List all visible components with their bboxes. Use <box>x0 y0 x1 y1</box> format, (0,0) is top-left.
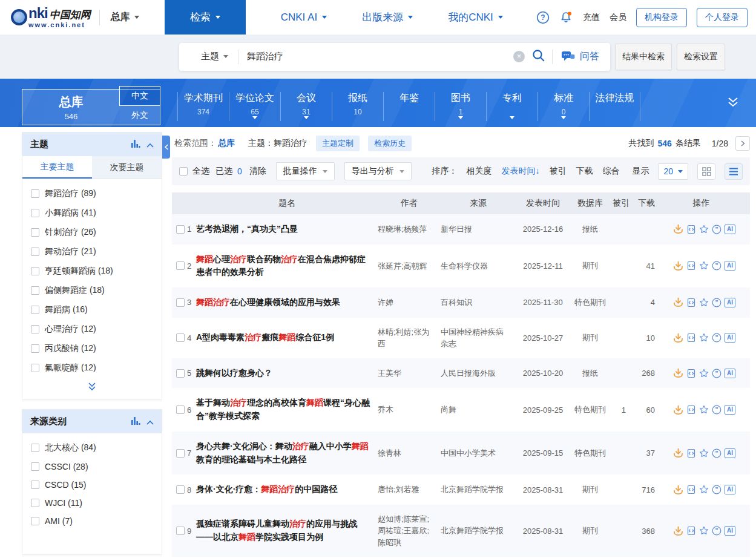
result-title[interactable]: 孤独症谱系障碍儿童舞动治疗的应用与挑战——以北京舞蹈学院实践项目为例 <box>196 517 378 543</box>
cite-icon[interactable]: ” <box>712 298 721 307</box>
search-input[interactable] <box>238 51 513 62</box>
filter-checkbox[interactable] <box>31 344 39 353</box>
row-checkbox[interactable] <box>176 225 185 234</box>
ai-icon[interactable]: AI <box>725 526 735 536</box>
topic-filter-item[interactable]: 舞动治疗 (21) <box>22 242 162 261</box>
favorite-icon[interactable] <box>699 405 709 415</box>
result-authors[interactable]: 王美华 <box>378 367 441 379</box>
result-authors[interactable]: 徐青林 <box>378 447 441 459</box>
topic-filter-item[interactable]: 舞蹈病 (16) <box>22 300 162 320</box>
download-icon[interactable] <box>673 333 683 343</box>
cite-icon[interactable]: ” <box>712 333 721 343</box>
db-nav-item[interactable]: 年鉴 <box>383 92 435 121</box>
notification-bell-icon[interactable] <box>559 10 573 24</box>
filter-checkbox[interactable] <box>31 481 39 489</box>
sort-option[interactable]: 发表时间↓ <box>501 166 539 177</box>
result-authors[interactable]: 林晴;利婧;张为西 <box>378 326 441 350</box>
ai-icon[interactable]: AI <box>725 333 735 343</box>
favorite-icon[interactable] <box>699 298 709 307</box>
topic-filter-item[interactable]: 舞蹈治疗 (89) <box>22 184 162 203</box>
source-filter-item[interactable]: 北大核心 (84) <box>22 438 162 458</box>
clear-selection-button[interactable]: 清除 <box>249 166 266 177</box>
read-icon[interactable] <box>686 448 696 458</box>
read-icon[interactable] <box>686 369 696 378</box>
favorite-icon[interactable] <box>699 369 709 378</box>
expand-more-icon[interactable] <box>22 379 162 399</box>
chevron-up-icon[interactable] <box>146 416 154 427</box>
topic-custom-button[interactable]: 主题定制 <box>316 136 360 151</box>
ai-icon[interactable]: AI <box>725 485 735 494</box>
favorite-icon[interactable] <box>699 448 709 458</box>
row-checkbox[interactable] <box>176 485 185 494</box>
filter-checkbox[interactable] <box>31 189 39 198</box>
download-icon[interactable] <box>673 261 683 271</box>
cite-icon[interactable]: ” <box>712 225 721 234</box>
db-nav-item[interactable]: 会议31 <box>280 92 332 121</box>
result-authors[interactable]: 乔木 <box>378 404 441 416</box>
sort-option[interactable]: 下载 <box>576 166 593 177</box>
result-authors[interactable]: 程晓琳;杨频萍 <box>378 223 441 235</box>
org-login-button[interactable]: 机构登录 <box>636 8 687 27</box>
result-source[interactable]: 百科知识 <box>441 297 516 309</box>
result-title[interactable]: 基于舞动治疗理念的高校体育舞蹈课程“身心融合”教学模式探索 <box>196 396 378 422</box>
ai-icon[interactable]: AI <box>725 448 735 458</box>
download-icon[interactable] <box>673 448 683 458</box>
db-nav-item[interactable]: 法律法规 <box>589 92 640 121</box>
sidebar-collapse-icon[interactable] <box>162 136 170 159</box>
cite-icon[interactable]: ” <box>712 485 721 494</box>
result-source[interactable]: 生命科学仪器 <box>441 260 516 272</box>
sort-option[interactable]: 相关度 <box>466 166 491 177</box>
result-title[interactable]: A型肉毒毒素治疗瘢痕舞蹈综合征1例 <box>196 331 378 344</box>
batch-actions-dropdown[interactable]: 批量操作 <box>276 162 335 180</box>
db-selector-dropdown[interactable]: 总库 <box>111 11 139 24</box>
filter-checkbox[interactable] <box>31 325 39 333</box>
filter-checkbox[interactable] <box>31 306 39 314</box>
result-authors[interactable]: 许婵 <box>378 297 441 309</box>
topic-filter-item[interactable]: 心理治疗 (12) <box>22 320 162 339</box>
nav-expand-icon[interactable] <box>726 96 740 111</box>
favorite-icon[interactable] <box>699 526 709 536</box>
ai-icon[interactable]: AI <box>725 405 735 415</box>
download-icon[interactable] <box>673 526 683 536</box>
filter-checkbox[interactable] <box>31 286 39 295</box>
read-icon[interactable] <box>686 298 696 307</box>
cite-icon[interactable]: ” <box>712 369 721 378</box>
next-page-button[interactable] <box>735 136 750 151</box>
download-icon[interactable] <box>673 368 683 378</box>
search-history-button[interactable]: 检索历史 <box>368 136 412 151</box>
result-title[interactable]: 身心共舞·文化润心：舞动治疗融入中小学舞蹈教育的理论基础与本土化路径 <box>196 440 378 466</box>
bar-chart-icon[interactable] <box>131 416 140 427</box>
row-checkbox[interactable] <box>176 405 185 414</box>
result-title[interactable]: 舞蹈心理治疗联合药物治疗在混合焦虑抑郁症患者中的效果分析 <box>196 253 378 279</box>
search-icon[interactable] <box>532 49 545 64</box>
result-authors[interactable]: 赵知博;陈莱宣;周祐瑄;王嘉欣;陈昭琪 <box>378 513 441 549</box>
db-nav-item[interactable]: 学位论文65 <box>229 92 280 121</box>
result-authors[interactable]: 唐怡;刘若雅 <box>378 484 441 496</box>
personal-login-button[interactable]: 个人登录 <box>697 8 748 27</box>
favorite-icon[interactable] <box>699 225 709 234</box>
clear-search-icon[interactable]: × <box>513 51 525 62</box>
cnki-logo[interactable]: nki 中国知网 www.cnki.net <box>11 6 91 28</box>
filter-checkbox[interactable] <box>31 209 39 217</box>
result-title[interactable]: 身体·文化·疗愈：舞蹈治疗的中国路径 <box>196 483 378 496</box>
filter-checkbox[interactable] <box>31 517 39 525</box>
bar-chart-icon[interactable] <box>131 139 140 150</box>
export-analyze-dropdown[interactable]: 导出与分析 <box>344 162 412 180</box>
result-source[interactable]: 新华日报 <box>441 223 516 235</box>
cite-icon[interactable]: ” <box>712 405 721 415</box>
lang-tab-foreign[interactable]: 外文 <box>120 106 160 125</box>
favorite-icon[interactable] <box>699 261 709 271</box>
result-source[interactable]: 人民日报海外版 <box>441 367 516 379</box>
topic-filter-item[interactable]: 针刺治疗 (26) <box>22 223 162 242</box>
tab-my-cnki[interactable]: 我的CNKI <box>448 10 503 24</box>
row-checkbox[interactable] <box>176 449 185 458</box>
tab-secondary-topic[interactable]: 次要主题 <box>92 156 162 179</box>
result-title[interactable]: 跳舞何以疗愈身心？ <box>196 367 378 380</box>
cite-icon[interactable]: ” <box>712 261 721 271</box>
filter-checkbox[interactable] <box>31 444 39 452</box>
result-source[interactable]: 中国神经精神疾病杂志 <box>441 326 516 350</box>
lang-tab-chinese[interactable]: 中文 <box>119 86 160 106</box>
grid-view-button[interactable] <box>697 163 715 180</box>
ai-icon[interactable]: AI <box>725 225 735 234</box>
read-icon[interactable] <box>686 333 696 343</box>
